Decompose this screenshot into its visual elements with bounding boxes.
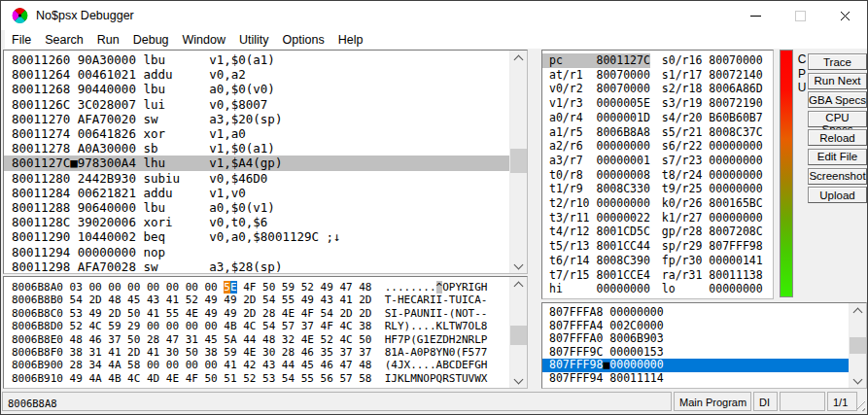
register-row[interactable]: a3/r700000001s7/r2300000000 bbox=[542, 154, 773, 168]
disasm-row[interactable]: 80011284 00621821adduv1,v0 bbox=[4, 186, 510, 200]
scrollbar-thumb[interactable] bbox=[510, 326, 527, 345]
hex-byte[interactable]: 59 bbox=[224, 346, 236, 359]
scroll-down-button[interactable] bbox=[510, 373, 527, 388]
hexdump-row[interactable]: 8006B8B0542D484543415249492D54554943412D… bbox=[4, 294, 510, 306]
hex-byte[interactable]: 48 bbox=[359, 359, 371, 371]
menu-item-utility[interactable]: Utility bbox=[232, 30, 276, 49]
hex-byte[interactable]: 54 bbox=[282, 372, 295, 385]
disasm-row[interactable]: 8001126C 3C028007luiv0,$8007 bbox=[4, 97, 510, 112]
hex-byte[interactable]: 48 bbox=[70, 333, 83, 346]
hex-byte[interactable]: 41 bbox=[339, 294, 352, 306]
hex-byte[interactable]: 52 bbox=[70, 320, 83, 332]
hex-byte[interactable]: 00 bbox=[108, 281, 121, 294]
hex-byte[interactable]: 54 bbox=[70, 294, 83, 306]
hex-byte[interactable]: 2D bbox=[359, 307, 371, 320]
hex-byte[interactable]: 29 bbox=[127, 320, 140, 332]
disasm-row[interactable]: 80011290 10440002beqv0,a0,$8001129C ;↓ bbox=[4, 229, 510, 244]
hex-byte[interactable]: 00 bbox=[166, 359, 179, 371]
hex-byte[interactable]: 59 bbox=[108, 320, 121, 332]
hex-byte[interactable]: 00 bbox=[204, 281, 217, 294]
hex-byte[interactable]: 48 bbox=[262, 333, 275, 346]
hex-byte[interactable]: 00 bbox=[186, 281, 198, 294]
hex-byte[interactable]: 41 bbox=[147, 346, 159, 359]
disasm-row[interactable]: 80011274 00641826xorv1,a0 bbox=[4, 126, 510, 141]
hex-byte[interactable]: 50 bbox=[186, 346, 198, 359]
hex-byte[interactable]: 4E bbox=[186, 307, 198, 320]
stack-row[interactable]: 807FFFA8 00000000 bbox=[542, 306, 850, 320]
hex-byte[interactable]: 54 bbox=[262, 294, 275, 306]
hex-byte[interactable]: 2D bbox=[108, 307, 121, 320]
hex-byte[interactable]: 28 bbox=[262, 307, 275, 320]
hex-byte[interactable]: 2D bbox=[127, 346, 140, 359]
hex-byte[interactable]: 45 bbox=[301, 359, 314, 371]
hex-byte[interactable]: 44 bbox=[243, 333, 256, 346]
run-next-button[interactable]: Run Next bbox=[808, 73, 867, 89]
hex-byte[interactable]: 50 bbox=[127, 333, 140, 346]
hex-byte[interactable]: 30 bbox=[262, 346, 275, 359]
hex-byte[interactable]: 00 bbox=[186, 320, 198, 332]
hex-byte[interactable]: 38 bbox=[359, 320, 371, 332]
menu-item-search[interactable]: Search bbox=[38, 30, 90, 49]
hex-byte[interactable]: 49 bbox=[224, 307, 236, 320]
hex-byte[interactable]: 4E bbox=[243, 346, 256, 359]
hex-byte[interactable]: 43 bbox=[321, 294, 333, 306]
hex-byte[interactable]: 4C bbox=[339, 333, 352, 346]
hex-byte[interactable]: 52 bbox=[321, 333, 333, 346]
trace-button[interactable]: Trace bbox=[808, 53, 867, 70]
hex-byte[interactable]: 34 bbox=[88, 359, 101, 371]
hex-byte[interactable]: 00 bbox=[147, 281, 159, 294]
disasm-row[interactable]: 80011264 00461021adduv0,a2 bbox=[4, 67, 510, 82]
hex-byte[interactable]: 37 bbox=[108, 333, 121, 346]
hex-byte[interactable]: 2D bbox=[359, 294, 371, 306]
hex-byte[interactable]: 4B bbox=[224, 320, 236, 332]
hex-byte[interactable]: 50 bbox=[359, 333, 371, 346]
hex-byte[interactable]: 4C bbox=[339, 320, 352, 332]
stack-row[interactable]: 807FFFA0 8006B903 bbox=[542, 332, 850, 346]
hex-byte[interactable]: 49 bbox=[88, 307, 101, 320]
hex-byte[interactable]: 00 bbox=[147, 320, 159, 332]
hex-byte[interactable]: 41 bbox=[108, 346, 121, 359]
hex-byte[interactable]: 30 bbox=[166, 346, 179, 359]
hexdump-row[interactable]: 8006B90028344A58000000004142434445464748… bbox=[4, 359, 510, 371]
stack-row[interactable]: 807FFFA4 002C0000 bbox=[542, 320, 850, 333]
hex-byte[interactable]: 5E bbox=[224, 281, 236, 294]
hexdump-row[interactable]: 8006B8D0524C5929000000004B4C5457374F4C38… bbox=[4, 320, 510, 332]
hex-byte[interactable]: 42 bbox=[243, 359, 256, 371]
hex-byte[interactable]: 46 bbox=[88, 333, 101, 346]
hexdump-row[interactable]: 8006B8E048463750284731455A4448324E524C50… bbox=[4, 333, 510, 346]
hex-byte[interactable]: 4E bbox=[301, 333, 314, 346]
hex-byte[interactable]: 48 bbox=[108, 294, 121, 306]
hex-byte[interactable]: 4F bbox=[321, 320, 333, 332]
register-row[interactable]: a0/r40000001Ds4/r20B60B60B7 bbox=[542, 111, 773, 125]
hex-byte[interactable]: 38 bbox=[204, 346, 217, 359]
hex-byte[interactable]: 50 bbox=[204, 372, 217, 385]
hex-byte[interactable]: 46 bbox=[301, 346, 314, 359]
hex-byte[interactable]: 44 bbox=[282, 359, 295, 371]
hex-byte[interactable]: 56 bbox=[321, 372, 333, 385]
hex-byte[interactable]: 00 bbox=[166, 320, 179, 332]
register-row[interactable]: at/r180070000s1/r1780072140 bbox=[542, 68, 773, 83]
stack-scrollbar[interactable] bbox=[849, 303, 866, 388]
stack-row[interactable]: 807FFF94 80011114 bbox=[542, 372, 850, 386]
edit-file-button[interactable]: Edit File bbox=[808, 149, 867, 165]
hex-byte[interactable]: 37 bbox=[301, 320, 314, 332]
hex-byte[interactable]: 55 bbox=[282, 294, 295, 306]
hex-byte[interactable]: 52 bbox=[243, 372, 256, 385]
hex-byte[interactable]: 54 bbox=[262, 320, 275, 332]
hex-byte[interactable]: 2D bbox=[243, 294, 256, 306]
disasm-row[interactable]: 80011268 90440000lbua0,$0(v0) bbox=[4, 82, 510, 96]
hex-byte[interactable]: 50 bbox=[127, 307, 140, 320]
hexdump-row[interactable]: 8006B8A003000000000000005E4F505952494748… bbox=[4, 281, 510, 294]
hex-byte[interactable]: 2D bbox=[339, 307, 352, 320]
hex-byte[interactable]: 37 bbox=[359, 346, 371, 359]
hex-byte[interactable]: 4C bbox=[243, 320, 256, 332]
disasm-row[interactable]: 80011260 90A30000lbuv1,$0(a1) bbox=[4, 52, 510, 67]
hex-byte[interactable]: 28 bbox=[147, 333, 159, 346]
hex-byte[interactable]: 43 bbox=[147, 294, 159, 306]
hex-byte[interactable]: 58 bbox=[359, 372, 371, 385]
hexdump-scrollbar[interactable] bbox=[509, 277, 527, 388]
hex-byte[interactable]: 4F bbox=[243, 281, 256, 294]
scrollbar-thumb[interactable] bbox=[850, 337, 866, 354]
hex-byte[interactable]: 57 bbox=[339, 372, 352, 385]
disasm-row[interactable]: 80011288 90640000lbua0,$0(v1) bbox=[4, 200, 510, 215]
